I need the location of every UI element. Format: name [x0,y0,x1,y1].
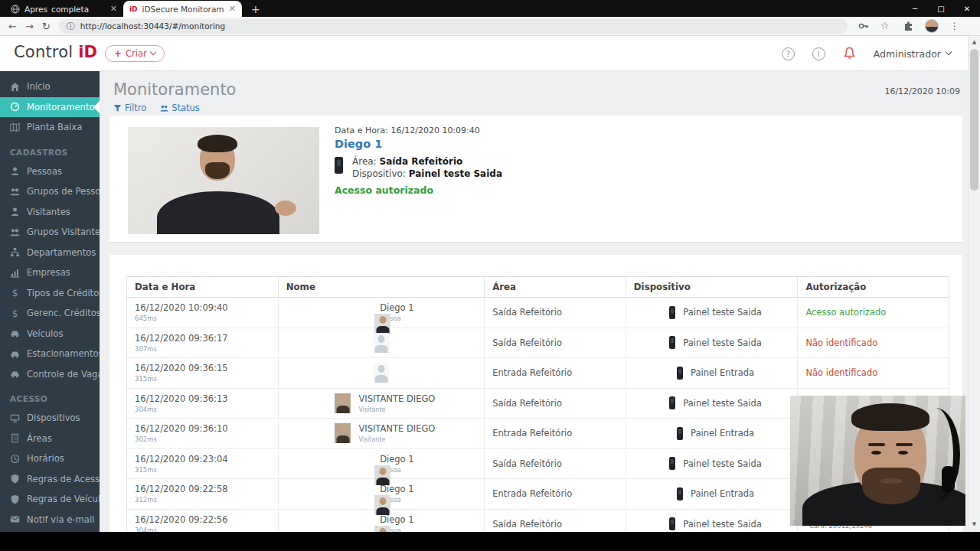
row-device: Painel teste Saida [683,458,762,469]
close-icon[interactable]: ✕ [229,4,236,14]
table-row[interactable]: 16/12/2020 09:36:15 315ms Entrada Refeit… [127,358,949,389]
sidebar-item-departamentos[interactable]: Departamentos [0,243,100,263]
sidebar-item-visitantes[interactable]: Visitantes [0,202,100,223]
extensions-icon[interactable] [903,21,913,31]
sidebar-item-horarios[interactable]: Horários [0,448,100,469]
row-datetime: 16/12/2020 09:23:04 [135,454,278,465]
scroll-down-icon[interactable]: ▼ [969,521,980,527]
sidebar-item-monitoramento[interactable]: Monitoramento [0,97,100,118]
monitor-icon [10,413,20,423]
back-icon[interactable]: ← [8,21,17,32]
sidebar-item-controle-de-vagas[interactable]: Controle de Vagas [0,364,100,385]
sidebar-item-empresas[interactable]: Empresas [0,262,100,283]
sidebar-item-label: Horários [27,453,64,464]
row-area: Saída Refeitório [492,519,626,530]
sidebar-item-label: Departamentos [27,247,96,258]
current-datetime: 16/12/2020 10:09 [884,86,960,96]
filter-link[interactable]: Filtro [113,103,146,113]
car-icon [10,328,20,338]
page-scrollbar[interactable]: ▲ ▼ [968,36,980,532]
sidebar-item-areas[interactable]: Áreas [0,429,100,449]
address-bar[interactable]: ⓘ http://localhost:30443/#/monitoring [59,19,848,34]
sidebar-item-gerenc-creditos[interactable]: $Gerenc. Créditos [0,303,100,324]
sidebar-item-label: Estacionamentos [27,348,103,359]
table-row[interactable]: 16/12/2020 09:36:17 307ms Saída Refeitór… [127,328,949,359]
row-name: Diego 1 [380,514,413,525]
create-button[interactable]: + Criar [105,45,165,62]
webcam-eyebrow [868,443,885,446]
sidebar-item-notif-via-e-mail[interactable]: Notif via e-mail [0,510,100,530]
browser-menu-icon[interactable]: ⋮ [950,21,959,31]
latest-event-card: Data e Hora: 16/12/2020 10:09:40 Diego 1… [109,116,962,242]
device-icon [669,306,675,319]
sidebar-item-tipos-de-creditos[interactable]: $Tipos de Créditos [0,283,100,304]
bookmark-star-icon[interactable]: ☆ [880,21,891,31]
user-menu[interactable]: Administrador [874,48,951,60]
maximize-button[interactable]: □ [928,0,954,17]
browser-toolbar: ← → ↻ ⓘ http://localhost:30443/#/monitor… [0,17,980,36]
sidebar-item-grupos-de-pessoas[interactable]: Grupos de Pessoas [0,181,100,202]
sidebar-item-regras-de-veiculos[interactable]: Regras de Veículos [0,489,100,510]
key-icon[interactable] [858,21,869,31]
event-status: Acesso autorizado [335,184,502,196]
sidebar-item-planta-baixa[interactable]: Planta Baixa [0,117,100,138]
minimize-button[interactable]: ─ [902,0,928,17]
status-link[interactable]: Status [160,103,200,113]
webcam-beard [862,468,920,504]
sidebar-item-veiculos[interactable]: Veículos [0,324,100,344]
scrollbar-thumb[interactable] [970,49,978,191]
info-icon[interactable]: i [812,47,825,60]
event-datetime: Data e Hora: 16/12/2020 10:09:40 [335,126,502,135]
sidebar-item-label: Grupos de Pessoas [27,186,110,197]
sidebar-item-label: Veículos [27,328,63,339]
forward-icon[interactable]: → [25,21,34,32]
new-tab-button[interactable]: + [251,3,260,17]
presenter-webcam-overlay [790,396,965,526]
webcam-eyebrow [896,443,913,446]
header-actions: ? i Administrador [782,36,951,71]
sidebar-item-dispositivos[interactable]: Dispositivos [0,408,100,429]
help-icon[interactable]: ? [782,47,795,60]
tab-title: iDSecure Monitoramento [142,5,224,14]
close-window-button[interactable]: ✕ [954,0,980,17]
browser-tab-active[interactable]: iD iDSecure Monitoramento ✕ [123,1,242,17]
row-name: VISITANTE DIEGO [358,423,435,434]
sidebar-item-label: Empresas [27,267,70,278]
event-details: Data e Hora: 16/12/2020 10:09:40 Diego 1… [335,126,502,196]
row-device: Painel Entrada [691,428,754,439]
browser-profile-avatar[interactable] [925,19,939,33]
event-photo [128,127,319,234]
url-text: http://localhost:30443/#/monitoring [80,21,225,31]
sidebar-item-regras-de-acesso[interactable]: Regras de Acesso [0,469,100,490]
webcam-eye [898,451,908,455]
event-person-link[interactable]: Diego 1 [335,138,502,150]
photo-hair [198,135,237,152]
notifications-bell-icon[interactable] [843,47,856,60]
sidebar-item-label: Regras de Acesso [27,474,105,484]
org-icon [10,247,20,257]
sidebar-item-label: Tipos de Créditos [27,288,103,298]
row-datetime: 16/12/2020 10:09:40 [135,302,278,313]
sidebar-nav: InícioMonitoramentoPlanta BaixaCADASTROS… [0,71,100,532]
sidebar-item-pessoas[interactable]: Pessoas [0,161,100,182]
site-info-icon[interactable]: ⓘ [67,21,75,32]
sidebar-item-estacionamentos[interactable]: Estacionamentos [0,344,100,364]
page-title: Monitoramento [113,80,236,99]
browser-tab-inactive[interactable]: Apres_completa ✕ [5,1,123,17]
sidebar-item-inicio[interactable]: Início [0,77,100,97]
sidebar-item-grupos-visitantes[interactable]: Grupos Visitantes [0,222,100,243]
table-row[interactable]: 16/12/2020 10:09:40 645ms Diego 1 Pessoa… [127,298,949,328]
row-name: Diego 1 [380,454,413,465]
row-device: Painel Entrada [691,367,754,378]
close-icon[interactable]: ✕ [110,4,117,14]
person-icon [10,207,20,217]
sidebar-item-label: Grupos Visitantes [27,227,105,237]
sidebar-item-label: Gerenc. Créditos [27,308,101,318]
reload-icon[interactable]: ↻ [42,21,51,32]
scroll-up-icon[interactable]: ▲ [969,39,980,45]
row-device: Painel Entrada [691,488,754,499]
sidebar-item-label: Regras de Veículos [27,494,110,504]
device-icon [335,157,343,174]
sidebar-item-label: Controle de Vagas [27,369,108,380]
row-authorization: Acesso autorizado [805,307,949,318]
